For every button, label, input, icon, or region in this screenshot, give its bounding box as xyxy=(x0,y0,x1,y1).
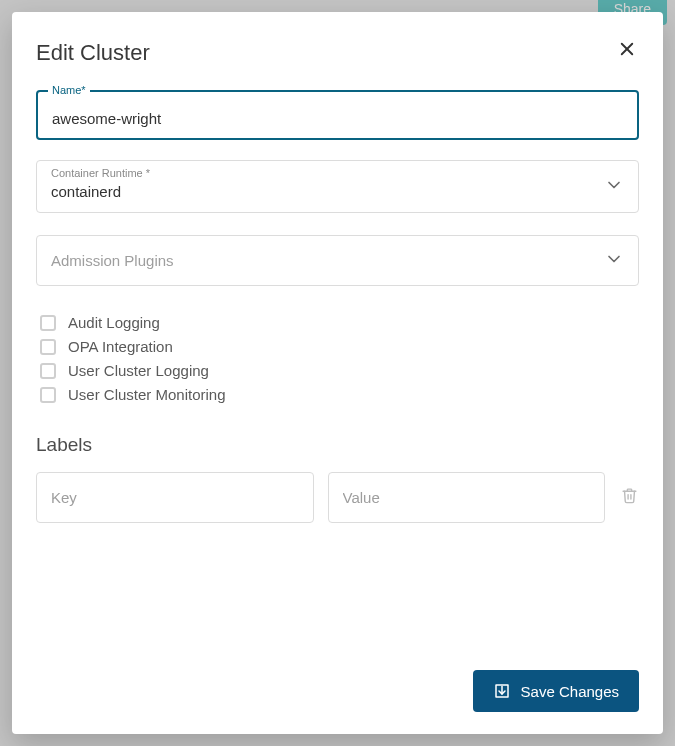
runtime-label: Container Runtime * xyxy=(51,167,150,179)
trash-icon xyxy=(621,487,638,504)
option-user-cluster-monitoring[interactable]: User Cluster Monitoring xyxy=(36,386,639,403)
close-icon xyxy=(618,40,636,58)
save-icon xyxy=(493,682,511,700)
plugins-placeholder: Admission Plugins xyxy=(51,252,598,269)
checkbox-icon xyxy=(40,339,56,355)
checkbox-label: User Cluster Logging xyxy=(68,362,209,379)
container-runtime-select[interactable]: Container Runtime * containerd xyxy=(36,160,639,213)
option-audit-logging[interactable]: Audit Logging xyxy=(36,314,639,331)
save-button-label: Save Changes xyxy=(521,683,619,700)
checkbox-icon xyxy=(40,387,56,403)
chevron-down-icon xyxy=(604,175,624,199)
label-value-input[interactable] xyxy=(328,472,606,523)
checkbox-label: OPA Integration xyxy=(68,338,173,355)
labels-heading: Labels xyxy=(36,434,639,456)
name-field[interactable]: Name* xyxy=(36,90,639,140)
edit-cluster-modal: Edit Cluster Name* Container Runtime * c… xyxy=(12,12,663,734)
checkbox-label: User Cluster Monitoring xyxy=(68,386,226,403)
name-label: Name* xyxy=(48,84,90,96)
modal-title: Edit Cluster xyxy=(36,40,150,66)
close-button[interactable] xyxy=(615,40,639,64)
save-changes-button[interactable]: Save Changes xyxy=(473,670,639,712)
admission-plugins-select[interactable]: Admission Plugins xyxy=(36,235,639,286)
labels-row xyxy=(36,472,639,523)
options-checklist: Audit Logging OPA Integration User Clust… xyxy=(36,314,639,410)
modal-header: Edit Cluster xyxy=(36,40,639,66)
checkbox-icon xyxy=(40,315,56,331)
chevron-down-icon xyxy=(604,249,624,273)
checkbox-label: Audit Logging xyxy=(68,314,160,331)
option-user-cluster-logging[interactable]: User Cluster Logging xyxy=(36,362,639,379)
checkbox-icon xyxy=(40,363,56,379)
option-opa-integration[interactable]: OPA Integration xyxy=(36,338,639,355)
label-key-input[interactable] xyxy=(36,472,314,523)
modal-footer: Save Changes xyxy=(36,650,639,712)
delete-label-button[interactable] xyxy=(619,487,639,508)
name-input[interactable] xyxy=(52,110,623,127)
runtime-value: containerd xyxy=(51,183,598,200)
